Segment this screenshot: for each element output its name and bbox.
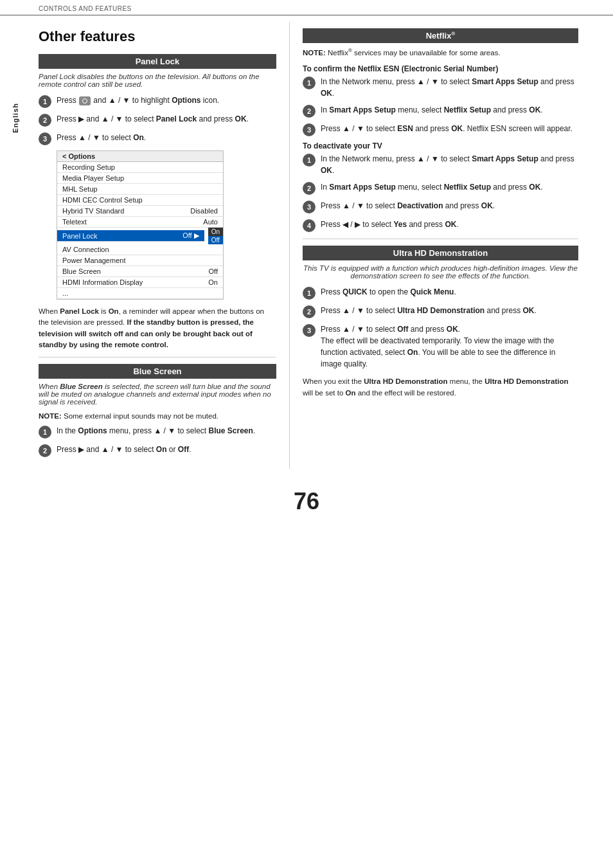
- panel-lock-heading: Panel Lock: [39, 54, 276, 69]
- main-content: Other features Panel Lock Panel Lock dis…: [0, 15, 613, 469]
- options-row-hdmi-info: HDMI Information Display On: [57, 277, 223, 288]
- page-number: 76: [0, 469, 613, 528]
- sidebar-language-label: English: [12, 103, 19, 133]
- deactivate-circle-4: 4: [303, 219, 315, 232]
- blue-step-2-text: Press ▶ and ▲ / ▼ to select On or Off.: [57, 444, 276, 455]
- deactivate-heading: To deactivate your TV: [303, 141, 578, 150]
- ultra-hd-step-2-text: Press ▲ / ▼ to select Ultra HD Demonstra…: [321, 305, 578, 316]
- options-row-teletext: Teletext Auto: [57, 217, 223, 228]
- confirm-circle-1: 1: [303, 77, 315, 89]
- left-column: Other features Panel Lock Panel Lock dis…: [0, 22, 289, 469]
- ultra-hd-step-1: 1 Press QUICK to open the Quick Menu.: [303, 286, 578, 300]
- deactivate-step-1: 1 In the Network menu, press ▲ / ▼ to se…: [303, 153, 578, 176]
- ultra-hd-circle-1: 1: [303, 287, 315, 300]
- options-row-hybrid-tv: Hybrid TV Standard Disabled: [57, 206, 223, 217]
- confirm-step-3-text: Press ▲ / ▼ to select ESN and press OK. …: [321, 123, 578, 134]
- deactivate-step-1-text: In the Network menu, press ▲ / ▼ to sele…: [321, 153, 578, 176]
- options-row-power-management: Power Management: [57, 255, 223, 266]
- options-row-recording: Recording Setup: [57, 162, 223, 173]
- deactivate-circle-2: 2: [303, 182, 315, 195]
- options-row-hdmi-cec: HDMI CEC Control Setup: [57, 195, 223, 206]
- confirm-step-1-text: In the Network menu, press ▲ / ▼ to sele…: [321, 76, 578, 99]
- deactivate-step-4: 4 Press ◀ / ▶ to select Yes and press OK…: [303, 219, 578, 232]
- page-title: Other features: [39, 28, 276, 45]
- step-3-text: Press ▲ / ▼ to select On.: [57, 132, 276, 143]
- standby-notice: When Panel Lock is On, a reminder will a…: [39, 306, 276, 350]
- divider-1: [39, 357, 276, 357]
- step-circle-3: 3: [39, 132, 51, 145]
- ultra-hd-circle-3: 3: [303, 324, 315, 337]
- confirm-esn-heading: To confirm the Netflix ESN (Electronic S…: [303, 64, 578, 73]
- ultra-hd-step-1-text: Press QUICK to open the Quick Menu.: [321, 286, 578, 298]
- options-row-av-connection: AV Connection: [57, 244, 223, 255]
- deactivate-step-3-text: Press ▲ / ▼ to select Deactivation and p…: [321, 200, 578, 212]
- deactivate-step-4-text: Press ◀ / ▶ to select Yes and press OK.: [321, 219, 578, 230]
- deactivate-circle-1: 1: [303, 154, 315, 167]
- deactivate-step-2: 2 In Smart Apps Setup menu, select Netfl…: [303, 181, 578, 195]
- ultra-hd-heading: Ultra HD Demonstration: [303, 246, 578, 260]
- panel-lock-step-3: 3 Press ▲ / ▼ to select On.: [39, 132, 276, 145]
- deactivate-circle-3: 3: [303, 201, 315, 213]
- right-column: Netflix® NOTE: Netflix® services may be …: [289, 22, 598, 469]
- deactivate-step-2-text: In Smart Apps Setup menu, select Netflix…: [321, 181, 578, 193]
- confirm-step-2-text: In Smart Apps Setup menu, select Netflix…: [321, 104, 578, 116]
- panel-lock-step-1: 1 Press and ▲ / ▼ to highlight Options i…: [39, 95, 276, 108]
- blue-screen-step-2: 2 Press ▶ and ▲ / ▼ to select On or Off.: [39, 444, 276, 457]
- step-2-text: Press ▶ and ▲ / ▼ to select Panel Lock a…: [57, 113, 276, 125]
- step-1-text: Press and ▲ / ▼ to highlight Options ico…: [57, 95, 276, 106]
- options-row-blue-screen: Blue Screen Off: [57, 266, 223, 277]
- header-label: CONTROLS AND FEATURES: [39, 5, 132, 12]
- ultra-hd-step-3-text: Press ▲ / ▼ to select Off and press OK. …: [321, 323, 578, 370]
- confirm-step-2: 2 In Smart Apps Setup menu, select Netfl…: [303, 104, 578, 118]
- step-circle-1: 1: [39, 95, 51, 108]
- blue-step-circle-1: 1: [39, 426, 51, 439]
- page-container: CONTROLS AND FEATURES English Other feat…: [0, 0, 613, 868]
- panel-lock-side-options: On Off: [206, 228, 223, 244]
- on-label: On: [208, 228, 223, 236]
- options-menu-header: < Options: [57, 151, 223, 162]
- blue-screen-description: When Blue Screen is selected, the screen…: [39, 383, 276, 406]
- confirm-circle-2: 2: [303, 105, 315, 118]
- panel-lock-description: Panel Lock disables the buttons on the t…: [39, 73, 276, 88]
- page-header: CONTROLS AND FEATURES: [0, 0, 613, 15]
- netflix-heading: Netflix®: [303, 28, 578, 43]
- ultra-hd-description: This TV is equipped with a function whic…: [303, 264, 578, 280]
- panel-lock-step-2: 2 Press ▶ and ▲ / ▼ to select Panel Lock…: [39, 113, 276, 127]
- ultra-hd-circle-2: 2: [303, 305, 315, 318]
- options-row-mhl: MHL Setup: [57, 184, 223, 195]
- blue-screen-step-1: 1 In the Options menu, press ▲ / ▼ to se…: [39, 425, 276, 439]
- ultra-hd-step-3: 3 Press ▲ / ▼ to select Off and press OK…: [303, 323, 578, 370]
- blue-screen-heading: Blue Screen: [39, 364, 276, 379]
- options-menu-table: < Options Recording Setup Media Player S…: [57, 150, 224, 300]
- step-circle-2: 2: [39, 114, 51, 127]
- blue-screen-note: NOTE: Some external input sounds may not…: [39, 412, 276, 420]
- options-row-panel-lock: Panel Lock Off ▶: [57, 230, 204, 242]
- off-label: Off: [208, 236, 223, 244]
- blue-step-circle-2: 2: [39, 444, 51, 457]
- ultra-hd-step-2: 2 Press ▲ / ▼ to select Ultra HD Demonst…: [303, 305, 578, 318]
- confirm-step-3: 3 Press ▲ / ▼ to select ESN and press OK…: [303, 123, 578, 136]
- confirm-step-1: 1 In the Network menu, press ▲ / ▼ to se…: [303, 76, 578, 99]
- confirm-circle-3: 3: [303, 123, 315, 136]
- options-row-panel-lock-container: Panel Lock Off ▶ On Off: [57, 228, 223, 244]
- netflix-note: NOTE: Netflix® services may be unavailab…: [303, 47, 578, 58]
- options-row-dots: ...: [57, 288, 223, 299]
- deactivate-step-3: 3 Press ▲ / ▼ to select Deactivation and…: [303, 200, 578, 213]
- blue-step-1-text: In the Options menu, press ▲ / ▼ to sele…: [57, 425, 276, 437]
- remote-icon: [79, 96, 91, 105]
- ultra-hd-exit-notice: When you exit the Ultra HD Demonstration…: [303, 376, 578, 399]
- options-row-mediaplayer: Media Player Setup: [57, 173, 223, 184]
- divider-2: [303, 239, 578, 239]
